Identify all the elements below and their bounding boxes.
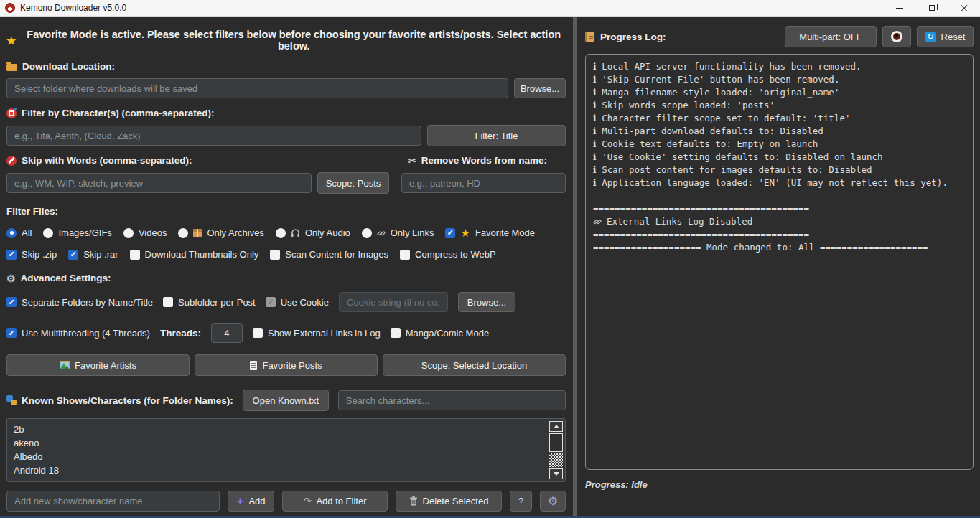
favorite-artists-button[interactable]: Favorite Artists	[6, 354, 190, 376]
progress-log-label: Progress Log:	[600, 32, 666, 42]
character-filter-label: Filter by Character(s) (comma-separated)…	[22, 108, 215, 118]
skip-scope-button[interactable]: Scope: Posts	[317, 172, 389, 194]
compress-webp-checkbox[interactable]: Compress to WebP	[400, 249, 495, 260]
known-characters-list[interactable]: 2b akeno Albedo Android 18 Android 21	[6, 418, 566, 482]
main-area: ★ Favorite Mode is active. Please select…	[0, 17, 980, 516]
star-icon: ★	[6, 35, 16, 46]
settings-gear-icon: ⚙	[548, 496, 558, 507]
skip-words-label-row: Skip with Words (comma-separated):	[6, 155, 192, 166]
advanced-settings-label-row: ⚙ Advanced Settings:	[6, 273, 566, 283]
advanced-row-2: Use Multithreading (4 Threads) Threads: …	[6, 323, 566, 343]
skip-words-input[interactable]	[6, 173, 312, 193]
thumbnails-only-checkbox[interactable]: Download Thumbnails Only	[130, 249, 259, 260]
advanced-settings-label: Advanced Settings:	[21, 273, 111, 283]
right-panel: Progress Log: Multi-part: OFF ↻ Reset ℹ …	[579, 17, 980, 516]
radio-only-links[interactable]: Only Links	[362, 227, 434, 238]
thumbnails-box	[130, 250, 140, 260]
file-options-checkbox-row: Skip .zip Skip .rar Download Thumbnails …	[6, 249, 566, 260]
progress-log-output[interactable]: ℹ Local API server functionality has bee…	[585, 54, 974, 470]
reset-button[interactable]: ↻ Reset	[917, 26, 974, 47]
log-line: ℹ Multi-part download defaults to: Disab…	[593, 125, 966, 138]
titlebar: Kemono Downloader v5.0.0	[0, 0, 980, 17]
remove-words-label: Remove Words from name:	[421, 155, 547, 166]
list-item[interactable]: Albedo	[14, 450, 559, 463]
radio-only-archives[interactable]: Only Archives	[178, 227, 263, 238]
skip-words-row: Scope: Posts	[6, 172, 566, 194]
help-button[interactable]: ?	[510, 491, 532, 512]
browse-cookie-button[interactable]: Browse...	[458, 292, 515, 312]
restore-icon	[929, 5, 935, 11]
log-line: ℹ Cookie text defaults to: Empty on laun…	[593, 138, 966, 151]
subfolder-per-post-checkbox[interactable]: Subfolder per Post	[163, 297, 256, 308]
scan-content-checkbox[interactable]: Scan Content for Images	[270, 249, 388, 260]
threads-input[interactable]	[211, 323, 243, 343]
scroll-thumb[interactable]	[549, 433, 563, 452]
add-to-filter-button[interactable]: ↷ Add to Filter	[282, 491, 388, 512]
list-item[interactable]: akeno	[14, 436, 559, 450]
plus-icon: +	[236, 495, 243, 507]
progress-status: Progress: Idle	[585, 479, 974, 490]
log-mode-line: ==================== Mode changed to: Al…	[593, 241, 966, 254]
minimize-icon	[896, 8, 903, 9]
browse-location-button[interactable]: Browse...	[514, 78, 566, 98]
list-item[interactable]: 2b	[14, 423, 559, 436]
radio-only-audio[interactable]: Only Audio	[276, 227, 350, 238]
scan-content-box	[270, 250, 280, 260]
cookie-string-input[interactable]	[339, 292, 448, 312]
close-icon	[961, 4, 968, 11]
package-icon	[193, 229, 202, 237]
scope-selected-location-button[interactable]: Scope: Selected Location	[383, 354, 566, 376]
scroll-up-button[interactable]	[549, 421, 563, 432]
close-button[interactable]	[948, 0, 980, 16]
radio-images-gifs[interactable]: Images/GIFs	[43, 227, 111, 238]
remove-words-input[interactable]	[401, 173, 566, 193]
list-item[interactable]: Android 21	[14, 477, 559, 482]
radio-all[interactable]: All	[6, 227, 32, 238]
favorite-posts-button[interactable]: Favorite Posts	[195, 354, 378, 376]
remove-words-label-row: ✂ Remove Words from name:	[408, 155, 547, 166]
gear-icon: ⚙	[6, 273, 16, 283]
add-button[interactable]: + Add	[228, 491, 274, 512]
trash-icon	[409, 496, 418, 506]
delete-selected-button[interactable]: Delete Selected	[396, 491, 502, 512]
skip-rar-box	[68, 250, 78, 260]
radio-links-circle	[362, 228, 372, 238]
multipart-toggle-button[interactable]: Multi-part: OFF	[785, 26, 877, 47]
multithreading-checkbox[interactable]: Use Multithreading (4 Threads)	[6, 328, 150, 339]
subfolder-box	[163, 297, 173, 307]
use-cookie-checkbox[interactable]: Use Cookie	[266, 297, 329, 308]
filter-scope-button[interactable]: Filter: Title	[427, 125, 566, 146]
separate-folders-checkbox[interactable]: Separate Folders by Name/Title	[6, 297, 153, 308]
search-characters-input[interactable]	[338, 390, 566, 410]
character-filter-input[interactable]	[6, 126, 421, 146]
character-filter-label-row: Filter by Character(s) (comma-separated)…	[6, 108, 566, 118]
skip-zip-box	[6, 250, 17, 260]
radio-videos[interactable]: Videos	[123, 227, 167, 238]
log-line: ℹ 'Skip Current File' button has been re…	[593, 73, 966, 86]
minimize-button[interactable]	[883, 0, 915, 16]
skip-zip-checkbox[interactable]: Skip .zip	[6, 249, 57, 260]
eye-toggle-button[interactable]	[882, 26, 911, 47]
log-separator: ========================================	[593, 228, 966, 241]
log-external-links-line: External Links Log Disabled	[593, 215, 966, 228]
manga-box	[391, 328, 401, 338]
open-known-txt-button[interactable]: Open Known.txt	[243, 390, 329, 411]
favorite-mode-checkbox[interactable]: ★ Favorite Mode	[445, 227, 535, 238]
scroll-track[interactable]	[549, 453, 563, 467]
download-location-input[interactable]	[6, 78, 508, 98]
skip-rar-checkbox[interactable]: Skip .rar	[68, 249, 118, 260]
theater-masks-icon	[6, 395, 17, 405]
add-character-row: + Add ↷ Add to Filter Delete Selected ? …	[6, 491, 566, 512]
restore-button[interactable]	[915, 0, 948, 16]
scroll-up-icon	[554, 425, 559, 428]
favorite-mode-box	[445, 228, 455, 238]
settings-button[interactable]: ⚙	[540, 491, 566, 512]
picture-icon	[60, 361, 70, 369]
panel-splitter[interactable]	[573, 17, 577, 516]
manga-mode-checkbox[interactable]: Manga/Comic Mode	[391, 328, 489, 339]
list-scrollbar[interactable]	[549, 421, 563, 479]
add-character-input[interactable]	[6, 491, 220, 512]
show-external-links-checkbox[interactable]: Show External Links in Log	[253, 328, 381, 339]
list-item[interactable]: Android 18	[14, 463, 559, 477]
scroll-down-button[interactable]	[549, 468, 563, 479]
